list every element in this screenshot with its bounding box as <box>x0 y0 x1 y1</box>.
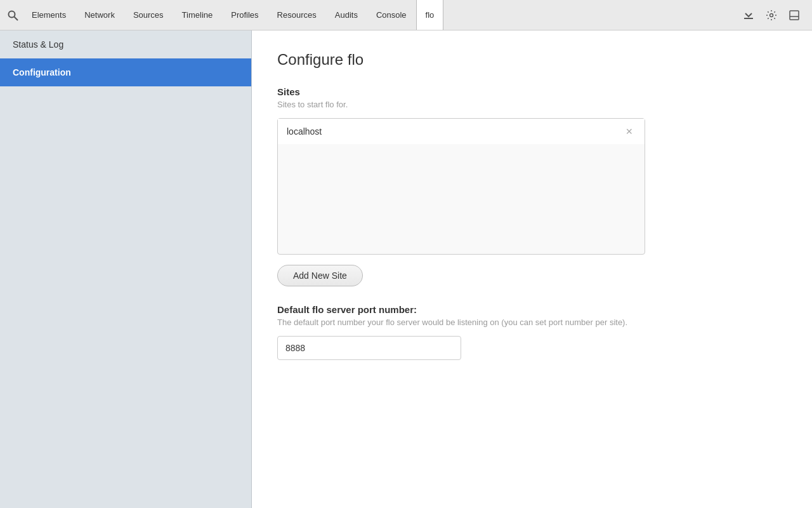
svg-rect-4 <box>790 11 799 20</box>
port-section-desc: The default port number your flo server … <box>277 318 772 327</box>
port-number-input[interactable] <box>277 336 461 360</box>
content-area: Configure flo Sites Sites to start flo f… <box>252 30 812 508</box>
sidebar: Status & Log Configuration <box>0 30 252 508</box>
search-button[interactable] <box>3 5 23 25</box>
search-icon <box>7 10 18 21</box>
sites-section-desc: Sites to start flo for. <box>277 100 787 109</box>
svg-line-1 <box>15 17 18 20</box>
gear-icon <box>766 10 777 21</box>
port-section-label: Default flo server port number: <box>277 304 787 315</box>
tab-audits[interactable]: Audits <box>326 0 367 30</box>
site-item-value: localhost <box>287 126 322 137</box>
settings-button[interactable] <box>761 5 782 25</box>
dock-button[interactable] <box>784 5 804 25</box>
tab-elements[interactable]: Elements <box>23 0 75 30</box>
dock-icon <box>789 10 800 21</box>
main-layout: Status & Log Configuration Configure flo… <box>0 30 812 508</box>
tab-profiles[interactable]: Profiles <box>222 0 268 30</box>
toolbar-actions <box>738 5 809 25</box>
sites-section-label: Sites <box>277 86 787 97</box>
tab-console[interactable]: Console <box>367 0 416 30</box>
tab-timeline[interactable]: Timeline <box>173 0 223 30</box>
toolbar-tabs: Elements Network Sources Timeline Profil… <box>23 0 738 30</box>
sidebar-item-status-log[interactable]: Status & Log <box>0 30 251 58</box>
tab-resources[interactable]: Resources <box>268 0 326 30</box>
svg-point-3 <box>770 13 773 17</box>
tab-flo[interactable]: flo <box>416 0 444 30</box>
page-title: Configure flo <box>277 51 787 69</box>
console-drawer-button[interactable] <box>738 5 759 25</box>
site-remove-button[interactable]: ✕ <box>623 125 636 138</box>
svg-point-0 <box>9 11 15 17</box>
sidebar-item-configuration[interactable]: Configuration <box>0 58 251 86</box>
site-item-localhost: localhost ✕ <box>278 119 645 144</box>
tab-network[interactable]: Network <box>75 0 124 30</box>
tab-sources[interactable]: Sources <box>124 0 173 30</box>
add-new-site-button[interactable]: Add New Site <box>277 265 363 286</box>
console-drawer-icon <box>743 10 754 21</box>
toolbar: Elements Network Sources Timeline Profil… <box>0 0 812 30</box>
sites-list: localhost ✕ <box>277 118 645 255</box>
